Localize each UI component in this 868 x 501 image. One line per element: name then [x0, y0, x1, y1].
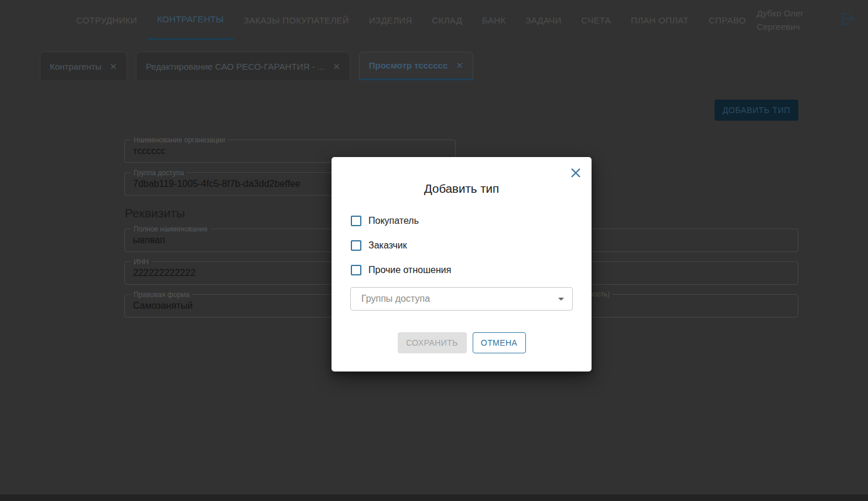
nav-item-counterparties[interactable]: КОНТРАГЕНТЫ — [147, 0, 234, 40]
legal-form-value: Самозанятый — [133, 301, 193, 311]
checkbox-buyer[interactable]: Покупатель — [351, 216, 451, 226]
save-button[interactable]: СОХРАНИТЬ — [398, 332, 467, 353]
close-icon[interactable]: ✕ — [333, 62, 340, 71]
full-name-label: Полное наименование — [131, 225, 211, 233]
nav-item-invoices[interactable]: СЧЕТА — [572, 0, 621, 40]
close-icon — [569, 172, 582, 181]
close-icon[interactable]: ✕ — [456, 61, 464, 70]
logout-icon — [839, 11, 855, 29]
nav-item-tasks[interactable]: ЗАДАЧИ — [515, 0, 571, 40]
tab-view-tssssss[interactable]: Просмотр тсссссс ✕ — [359, 52, 473, 80]
top-nav: СОТРУДНИКИ КОНТРАГЕНТЫ ЗАКАЗЫ ПОКУПАТЕЛЕ… — [0, 0, 868, 40]
full-name-value: ывпвап — [133, 235, 165, 246]
dialog-actions: СОХРАНИТЬ ОТМЕНА — [332, 332, 592, 353]
inn-label: ИНН — [131, 258, 152, 266]
checkbox-icon[interactable] — [351, 240, 361, 251]
inn-value: 222222222222 — [133, 268, 196, 278]
select-placeholder: Группы доступа — [361, 294, 430, 304]
cancel-button[interactable]: ОТМЕНА — [473, 332, 526, 353]
tab-bar: Контрагенты ✕ Редактирование САО РЕСО-ГА… — [40, 52, 473, 80]
checkbox-label: Заказчик — [368, 240, 407, 251]
nav-item-warehouse[interactable]: СКЛАД — [422, 0, 473, 40]
org-name-label: Наименование организации — [131, 136, 228, 144]
legal-form-label: Правовая форма — [131, 291, 193, 299]
tab-label: Просмотр тсссссс — [369, 60, 448, 70]
org-name-value: тсссссс — [133, 146, 165, 156]
access-group-label: Группа доступа — [131, 169, 187, 177]
nav-item-employees[interactable]: СОТРУДНИКИ — [66, 0, 147, 40]
checkbox-icon[interactable] — [351, 265, 361, 275]
add-type-dialog: Добавить тип Покупатель Заказчик Прочие … — [332, 157, 592, 372]
bottom-bar — [0, 495, 868, 501]
nav-item-products[interactable]: ИЗДЕЛИЯ — [359, 0, 422, 40]
user-name-line2: Сергеевич — [757, 20, 804, 33]
checkbox-label: Покупатель — [368, 216, 419, 226]
right-field-label-fragment: ность) — [589, 290, 613, 298]
tab-counterparties[interactable]: Контрагенты ✕ — [40, 52, 127, 80]
nav-item-customer-orders[interactable]: ЗАКАЗЫ ПОКУПАТЕЛЕЙ — [234, 0, 359, 40]
add-type-button[interactable]: ДОБАВИТЬ ТИП — [715, 100, 798, 121]
close-icon[interactable]: ✕ — [110, 62, 117, 71]
checkbox-icon[interactable] — [351, 216, 361, 226]
checkbox-other-relations[interactable]: Прочие отношения — [351, 265, 451, 275]
logout-button[interactable] — [839, 0, 855, 40]
access-group-value: 7dbab119-1005-4fc5-8f7b-da3dd2beffee — [133, 179, 300, 189]
user-name-line1: Дубко Олег — [757, 6, 804, 20]
requisites-section-title: Реквизиты — [125, 206, 185, 220]
type-checkbox-group: Покупатель Заказчик Прочие отношения — [351, 216, 451, 289]
nav-item-bank[interactable]: БАНК — [472, 0, 515, 40]
chevron-down-icon — [558, 298, 564, 301]
nav-item-reference[interactable]: СПРАВО — [699, 0, 756, 40]
tab-edit-reso-garantiya[interactable]: Редактирование САО РЕСО-ГАРАНТИЯ - ... ✕ — [136, 52, 350, 80]
nav-item-payment-plan[interactable]: ПЛАН ОПЛАТ — [621, 0, 699, 40]
checkbox-customer[interactable]: Заказчик — [351, 240, 451, 251]
dialog-title: Добавить тип — [332, 182, 592, 196]
access-groups-select[interactable]: Группы доступа — [350, 287, 573, 311]
tab-label: Редактирование САО РЕСО-ГАРАНТИЯ - ... — [146, 62, 324, 71]
tab-label: Контрагенты — [50, 62, 101, 71]
current-user-name: Дубко Олег Сергеевич — [757, 0, 804, 40]
dialog-close-button[interactable] — [569, 166, 582, 179]
checkbox-label: Прочие отношения — [368, 265, 451, 275]
